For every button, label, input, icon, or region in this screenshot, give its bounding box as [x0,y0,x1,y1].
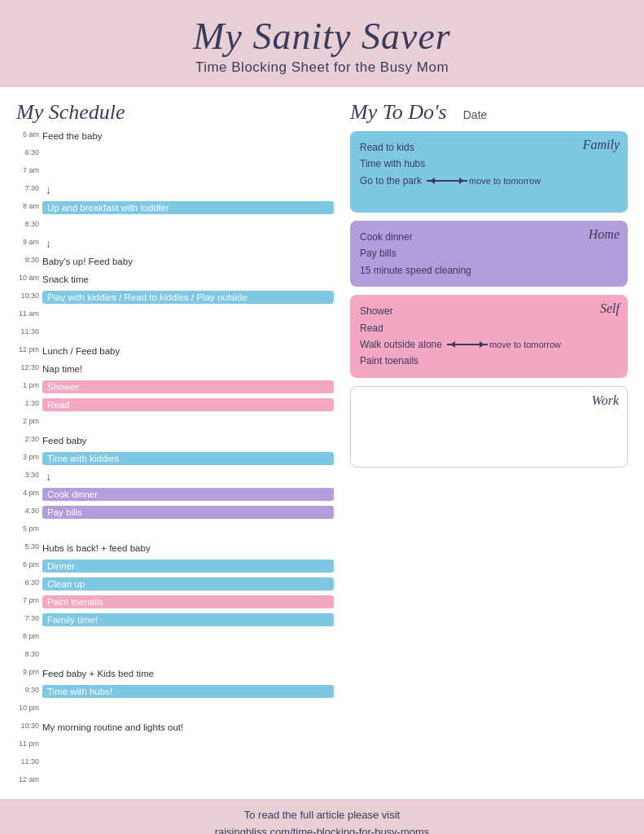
schedule-row: 6 pmDinner [16,558,334,576]
schedule-row: 7:30Family time! [16,612,334,630]
todo-item-move: Go to the park move to tomorrow [360,173,618,189]
todo-header: My To Do's Date [350,100,628,125]
blue-block: Family time! [42,613,334,626]
plain-text: Feed the baby [42,129,103,143]
time-content [42,630,334,646]
time-label: 1:30 [16,397,42,407]
time-label: 10:30 [16,719,42,730]
blue-block: Dinner [42,560,334,573]
todo-item-move: Walk outside alone move to tomorrow [360,336,618,353]
pink-block: Shower [42,380,334,393]
time-content [42,164,334,180]
schedule-row: 8 pm [16,630,334,647]
time-content [42,217,334,234]
blue-block: Clean up [42,577,334,590]
schedule-row: 1:30Read [16,397,334,415]
schedule-row: 9:30Time with hubs! [16,683,334,701]
blue-block: Play with kiddies / Read to kiddies / Pl… [42,291,334,304]
schedule-row: 8:30 [16,217,334,235]
time-label: 3:30 [16,468,42,479]
schedule-row: 4 pmCook dinner [16,486,334,504]
schedule-row: 3 pmTime with kiddies [16,450,334,468]
schedule-row: 11 am [16,307,334,325]
time-label: 7:30 [16,182,42,192]
todo-card-label: Home [589,227,620,242]
plain-text: Lunch / Feed baby [42,345,120,358]
time-label: 10 pm [16,701,42,712]
footer: To read the full article please visit ra… [0,799,644,834]
purple-block: Pay bills [42,506,334,519]
time-content [42,522,334,538]
time-content [42,415,334,431]
time-content: Family time! [42,612,334,628]
plain-text: Feed baby + Kids bed time [42,667,154,680]
time-content: Up and breakfast with toddler [42,200,334,216]
header: My Sanity Saver Time Blocking Sheet for … [0,0,644,87]
schedule-row: 10:30My morning routine and lights out! [16,719,334,737]
todo-card-label: Work [592,393,619,408]
time-content: Read [42,397,334,413]
time-label: 6 am [16,128,42,138]
schedule-row: 2 pm [16,415,334,432]
time-label: 12 am [16,773,42,784]
schedule-column: My Schedule 6 amFeed the baby6:307 am7:3… [16,100,334,791]
time-label: 7 am [16,164,42,174]
move-arrow: move to tomorrow [447,337,561,353]
todo-title: My To Do's [350,100,447,125]
time-label: 4:30 [16,504,42,515]
arrow-icon: ↓ [42,470,51,483]
purple-block: Cook dinner [42,488,334,501]
schedule-row: 5:30Hubs is back! + feed baby [16,540,334,558]
time-label: 11:30 [16,755,42,766]
schedule-row: 5 pm [16,522,334,540]
time-label: 2 pm [16,415,42,425]
todo-card-self: SelfShowerReadWalk outside alone move to… [350,295,628,378]
time-label: 9 pm [16,665,42,676]
time-content: Shower [42,379,334,395]
time-label: 10 am [16,271,42,282]
todo-item: Pay bills [360,245,618,261]
schedule-row: 11:30 [16,755,334,773]
plain-text: My morning routine and lights out! [42,721,183,734]
time-label: 1 pm [16,379,42,389]
schedule-row: 10:30Play with kiddies / Read to kiddies… [16,289,334,307]
time-content [42,737,334,753]
time-label: 12:30 [16,361,42,371]
time-content: Time with hubs! [42,683,334,700]
schedule-row: 6:30 [16,146,334,164]
plain-text: Snack time [42,273,89,286]
time-content [42,647,334,664]
time-content: Hubs is back! + feed baby [42,540,334,556]
time-content: Lunch / Feed baby [42,343,334,359]
arrow-icon: ↓ [42,183,51,196]
time-label: 7 pm [16,594,42,604]
todo-item: Cook dinner [360,229,618,245]
time-content: Snack time [42,271,334,288]
time-label: 6 pm [16,558,42,568]
time-content: Clean up [42,576,334,592]
time-content: Baby's up! Feed baby [42,253,334,270]
time-content [42,325,334,341]
todo-item: Read to kids [360,139,618,156]
time-content: ↓ [42,468,334,485]
schedule-row: 10 pm [16,701,334,719]
time-label: 11:30 [16,325,42,336]
todo-item: Time with hubs [360,156,618,172]
blue-block: Up and breakfast with toddler [42,201,334,214]
time-label: 8 am [16,200,42,210]
time-content: Feed baby + Kids bed time [42,665,334,682]
time-content: Time with kiddies [42,450,334,467]
header-subtitle: Time Blocking Sheet for the Busy Mom [16,59,628,76]
schedule-title: My Schedule [16,100,334,125]
schedule-row: 7:30↓ [16,182,334,200]
blue-block: Time with hubs! [42,685,334,698]
time-content: Dinner [42,558,334,574]
time-label: 10:30 [16,289,42,300]
todo-date: Date [463,108,488,121]
schedule-row: 6:30Clean up [16,576,334,594]
time-content [42,773,334,789]
time-label: 8 pm [16,630,42,640]
schedule-row: 3:30↓ [16,468,334,486]
schedule-row: 9:30Baby's up! Feed baby [16,253,334,271]
plain-text: Baby's up! Feed baby [42,255,133,268]
